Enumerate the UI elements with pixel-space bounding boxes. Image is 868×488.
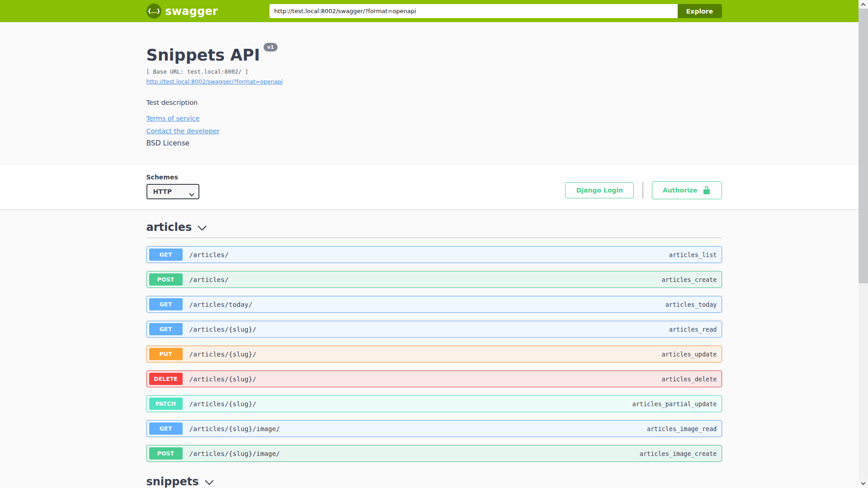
- chevron-down-icon: [197, 225, 207, 231]
- vertical-scrollbar[interactable]: [859, 0, 868, 488]
- operation-id: articles_image_read: [647, 425, 717, 432]
- operation-id: articles_read: [669, 326, 717, 333]
- section-title: snippets: [146, 475, 199, 488]
- operation-row[interactable]: PATCH/articles/{slug}/articles_partial_u…: [146, 395, 722, 412]
- django-login-label: Django Login: [576, 187, 623, 194]
- swagger-logo-text: swagger: [165, 5, 218, 18]
- scroll-down-arrow-icon[interactable]: [859, 479, 868, 488]
- auth-wrapper: Django Login Authorize: [565, 181, 722, 199]
- section-header-snippets[interactable]: snippets: [146, 475, 722, 488]
- method-badge: PUT: [149, 348, 183, 360]
- operation-row[interactable]: DELETE/articles/{slug}/articles_delete: [146, 371, 722, 387]
- method-badge: GET: [149, 298, 183, 310]
- scheme-container: Schemes HTTP Django Login Authorize: [0, 165, 868, 209]
- section-title: articles: [146, 221, 192, 234]
- operation-id: articles_image_create: [640, 450, 717, 457]
- method-badge: GET: [149, 323, 183, 335]
- method-badge: PATCH: [149, 398, 183, 410]
- section-divider: [146, 238, 722, 238]
- swagger-brackets-icon: {…}: [146, 4, 161, 19]
- chevron-down-icon: [204, 479, 214, 486]
- scroll-up-arrow-icon[interactable]: [859, 0, 868, 9]
- operation-path: /articles/: [189, 251, 229, 258]
- operation-id: articles_create: [662, 276, 717, 283]
- auth-divider: [642, 182, 643, 198]
- operations: articlesGET/articles/articles_listPOST/a…: [146, 209, 722, 488]
- method-badge: GET: [149, 249, 183, 261]
- operation-row[interactable]: GET/articles/{slug}/image/articles_image…: [146, 420, 722, 437]
- api-info-section: Snippets APIv1 [ Base URL: test.local:80…: [0, 22, 868, 165]
- operation-id: articles_delete: [662, 375, 717, 383]
- django-login-button[interactable]: Django Login: [565, 182, 634, 198]
- operation-row[interactable]: PUT/articles/{slug}/articles_update: [146, 346, 722, 362]
- operation-id: articles_partial_update: [632, 400, 717, 408]
- operation-row[interactable]: GET/articles/today/articles_today: [146, 296, 722, 313]
- method-badge: POST: [149, 447, 183, 460]
- api-tag-section: articlesGET/articles/articles_listPOST/a…: [146, 221, 722, 462]
- operation-path: /articles/today/: [189, 301, 253, 308]
- operation-id: articles_list: [669, 251, 717, 258]
- method-badge: GET: [149, 422, 183, 435]
- operation-id: articles_update: [662, 351, 717, 358]
- operation-row[interactable]: GET/articles/articles_list: [146, 246, 722, 263]
- unlocked-padlock-icon: [702, 186, 711, 195]
- swagger-logo: {…} swagger: [146, 4, 218, 19]
- api-tag-section: snippetsGET/snippets/snippets_list: [146, 475, 722, 488]
- spec-url-input[interactable]: [269, 4, 678, 18]
- scheme-select[interactable]: HTTP: [146, 184, 199, 199]
- schemes-label: Schemes: [146, 174, 199, 181]
- title-row: Snippets APIv1: [146, 46, 722, 65]
- operation-path: /articles/{slug}/: [189, 326, 256, 333]
- schemes-block: Schemes HTTP: [146, 174, 199, 199]
- explore-button[interactable]: Explore: [678, 4, 722, 18]
- api-description: Test description: [146, 99, 722, 106]
- operation-path: /articles/{slug}/: [189, 400, 256, 408]
- page-title: Snippets API: [146, 46, 260, 64]
- operation-path: /articles/{slug}/image/: [189, 450, 280, 457]
- spec-url-form: Explore: [269, 4, 722, 18]
- operation-row[interactable]: GET/articles/{slug}/articles_read: [146, 321, 722, 338]
- base-url: [ Base URL: test.local:8002/ ]: [146, 68, 722, 75]
- operation-path: /articles/{slug}/image/: [189, 425, 280, 432]
- spec-link[interactable]: http://test.local:8002/swagger/?format=o…: [146, 78, 283, 85]
- operation-path: /articles/: [189, 276, 229, 283]
- scrollbar-thumb[interactable]: [859, 9, 868, 283]
- version-badge: v1: [264, 43, 278, 52]
- method-badge: POST: [149, 273, 183, 286]
- topbar: {…} swagger Explore: [0, 0, 868, 22]
- terms-of-service-link[interactable]: Terms of service: [146, 115, 200, 122]
- license-text: BSD License: [146, 139, 722, 147]
- operation-row[interactable]: POST/articles/articles_create: [146, 271, 722, 288]
- operation-path: /articles/{slug}/: [189, 375, 256, 383]
- method-badge: DELETE: [149, 373, 183, 385]
- section-header-articles[interactable]: articles: [146, 221, 722, 234]
- contact-developer-link[interactable]: Contact the developer: [146, 127, 220, 135]
- operation-path: /articles/{slug}/: [189, 351, 256, 358]
- authorize-label: Authorize: [663, 187, 697, 194]
- operation-id: articles_today: [665, 301, 717, 308]
- operation-row[interactable]: POST/articles/{slug}/image/articles_imag…: [146, 445, 722, 462]
- authorize-button[interactable]: Authorize: [652, 181, 722, 199]
